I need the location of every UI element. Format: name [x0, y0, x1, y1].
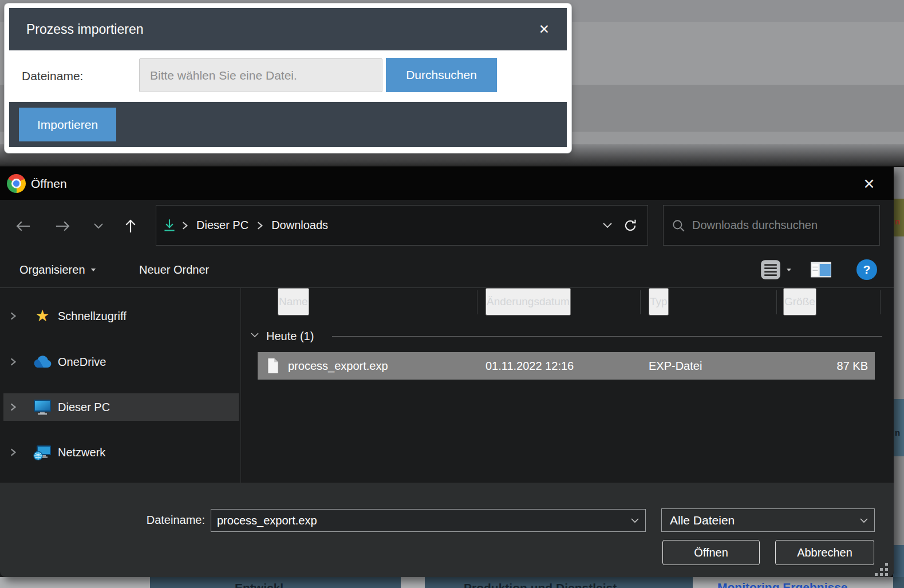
address-dropdown-button[interactable] — [596, 214, 619, 237]
modal-body: Dateiname: Durchsuchen — [9, 50, 567, 102]
back-arrow-icon — [14, 220, 31, 232]
refresh-button[interactable] — [619, 214, 642, 237]
refresh-icon — [623, 218, 638, 233]
command-toolbar: Organisieren Neuer Ordner ? — [0, 251, 894, 288]
import-button[interactable]: Importieren — [19, 108, 116, 141]
column-separator[interactable] — [640, 290, 641, 314]
sidebar-item-schnellzugriff[interactable]: ★ Schnellzugriff — [3, 302, 239, 330]
download-icon — [162, 218, 177, 234]
breadcrumb-chevron-icon — [256, 221, 263, 230]
new-folder-label: Neuer Ordner — [139, 263, 209, 277]
column-header-size[interactable]: Größe — [783, 288, 816, 315]
file-row-selected[interactable]: process_export.exp 01.11.2022 12:16 EXP-… — [258, 352, 875, 380]
filename-input[interactable] — [211, 514, 625, 527]
title-bar[interactable]: Öffnen ✕ — [0, 167, 894, 200]
chevron-right-icon[interactable] — [3, 357, 23, 366]
search-icon — [672, 219, 685, 232]
forward-arrow-icon — [54, 220, 72, 232]
background-block — [893, 577, 904, 588]
modal-title: Prozess importieren — [26, 22, 539, 37]
recent-locations-button[interactable] — [87, 215, 110, 238]
open-file-dialog: Öffnen ✕ — [0, 167, 894, 577]
background-bottom-strip: Entwickl Produktion und Dienstleist Moni… — [0, 577, 904, 588]
chrome-icon — [7, 174, 26, 193]
network-icon — [31, 444, 54, 461]
column-separator[interactable] — [776, 290, 777, 314]
sidebar-item-label: Netzwerk — [58, 446, 105, 459]
organize-label: Organisieren — [19, 263, 85, 277]
background-block: Produktion und Dienstleist — [425, 577, 693, 588]
group-collapse-icon[interactable] — [250, 332, 259, 338]
chevron-right-icon[interactable] — [3, 402, 23, 412]
resize-grip[interactable] — [875, 563, 890, 577]
address-bar[interactable]: Dieser PC Downloads — [156, 205, 648, 246]
modal-header: Prozess importieren ✕ — [9, 8, 567, 50]
breadcrumb-downloads[interactable]: Downloads — [268, 218, 331, 233]
chevron-down-icon — [93, 223, 104, 230]
cancel-button[interactable]: Abbrechen — [775, 540, 874, 565]
list-view-icon — [760, 259, 781, 280]
search-input[interactable] — [692, 219, 871, 232]
column-header-modified[interactable]: Änderungsdatum — [485, 288, 571, 315]
background-text-fragment: Produktion und Dienstleist — [464, 581, 617, 588]
import-process-modal: Prozess importieren ✕ Dateiname: Durchsu… — [5, 3, 571, 153]
sidebar-item-netzwerk[interactable]: Netzwerk — [3, 439, 239, 466]
file-name: process_export.exp — [288, 360, 388, 373]
chrome-icon-center — [13, 180, 19, 187]
column-separator[interactable] — [880, 290, 881, 314]
filename-label: Dateiname: — [22, 69, 83, 83]
browse-button[interactable]: Durchsuchen — [386, 58, 497, 92]
column-header-type[interactable]: Typ — [649, 288, 669, 315]
change-view-button[interactable] — [760, 258, 792, 281]
background-text-fragment: n — [895, 216, 900, 226]
sidebar-item-onedrive[interactable]: OneDrive — [3, 348, 239, 376]
background-text-fragment: Monitoring Ergebnisse — [717, 581, 848, 588]
sidebar-item-dieser-pc[interactable]: Dieser PC — [3, 393, 239, 421]
file-size: 87 KB — [837, 360, 868, 373]
file-document-icon — [267, 358, 279, 374]
filename-dropdown-button[interactable] — [625, 518, 645, 523]
filetype-select[interactable]: Alle Dateien — [661, 508, 875, 532]
filetype-value: Alle Dateien — [662, 514, 854, 527]
preview-pane-button[interactable] — [810, 258, 832, 281]
onedrive-cloud-icon — [31, 356, 54, 368]
dialog-title: Öffnen — [31, 177, 67, 191]
forward-button[interactable] — [52, 215, 74, 238]
sidebar-item-label: Dieser PC — [58, 401, 110, 414]
close-button[interactable]: ✕ — [539, 22, 550, 37]
sidebar-item-label: Schnellzugriff — [58, 310, 127, 323]
navigation-bar: Dieser PC Downloads — [0, 200, 894, 251]
help-button[interactable]: ? — [856, 258, 877, 281]
caret-down-icon — [787, 269, 791, 271]
background-right-sliver: n n — [893, 167, 904, 577]
chevron-right-icon[interactable] — [3, 448, 23, 457]
column-header-name[interactable]: Name — [278, 288, 309, 315]
file-choose-input[interactable] — [139, 58, 382, 92]
help-icon: ? — [856, 259, 877, 280]
column-separator[interactable] — [477, 290, 477, 314]
breadcrumb-dieser-pc[interactable]: Dieser PC — [193, 218, 252, 233]
star-icon: ★ — [31, 308, 54, 324]
background-block: Entwickl — [150, 577, 401, 588]
group-label[interactable]: Heute (1) — [266, 330, 314, 343]
chevron-right-icon[interactable] — [3, 311, 23, 321]
new-folder-button[interactable]: Neuer Ordner — [139, 258, 209, 281]
file-list-area: Name Änderungsdatum Typ Größe Heute (1) … — [241, 288, 894, 483]
chevron-down-icon — [630, 518, 639, 523]
chevron-down-icon — [854, 518, 874, 523]
organize-menu-button[interactable]: Organisieren — [19, 258, 97, 281]
monitor-icon — [31, 398, 54, 416]
navigation-sidebar: ★ Schnellzugriff OneDrive — [0, 288, 241, 483]
up-button[interactable] — [119, 215, 142, 238]
filename-combobox — [211, 509, 646, 532]
search-bar — [663, 205, 880, 246]
preview-pane-icon — [810, 261, 832, 278]
file-modified-date: 01.11.2022 12:16 — [485, 360, 574, 373]
filename-label: Dateiname: — [136, 514, 205, 527]
back-button[interactable] — [11, 215, 34, 238]
file-type: EXP-Datei — [649, 360, 702, 373]
chevron-down-icon — [602, 222, 613, 229]
close-button[interactable]: ✕ — [859, 174, 879, 194]
open-button[interactable]: Öffnen — [662, 540, 760, 565]
dialog-main-area: ★ Schnellzugriff OneDrive — [0, 288, 894, 483]
